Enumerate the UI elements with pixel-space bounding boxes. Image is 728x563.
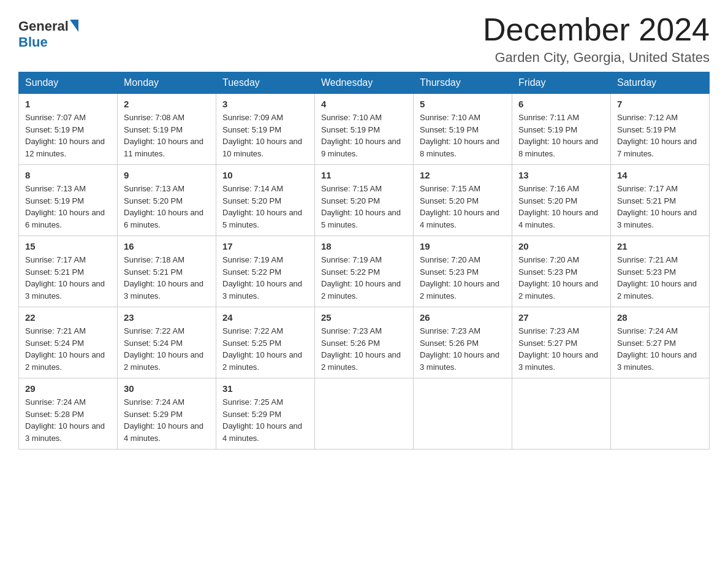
sunset-label: Sunset: 5:19 PM [25,125,84,134]
daylight-label: Daylight: 10 hours and 2 minutes. [321,279,401,301]
sunrise-label: Sunrise: 7:14 AM [222,184,283,193]
day-number: 8 [25,170,111,180]
daylight-label: Daylight: 10 hours and 9 minutes. [321,137,401,158]
day-number: 16 [124,241,210,251]
sunset-label: Sunset: 5:20 PM [420,196,479,205]
page-header: General Blue December 2024 Garden City, … [18,12,710,66]
calendar-cell: 25 Sunrise: 7:23 AM Sunset: 5:26 PM Dayl… [315,307,414,378]
calendar-cell: 10 Sunrise: 7:14 AM Sunset: 5:20 PM Dayl… [216,165,315,236]
daylight-label: Daylight: 10 hours and 5 minutes. [321,208,401,229]
day-number: 26 [420,312,506,323]
calendar-cell: 21 Sunrise: 7:21 AM Sunset: 5:23 PM Dayl… [611,236,710,307]
daylight-label: Daylight: 10 hours and 3 minutes. [124,279,203,301]
daylight-label: Daylight: 10 hours and 3 minutes. [222,279,302,301]
sunrise-label: Sunrise: 7:17 AM [617,184,678,193]
calendar-week-row: 29 Sunrise: 7:24 AM Sunset: 5:28 PM Dayl… [19,378,710,450]
day-info: Sunrise: 7:17 AM Sunset: 5:21 PM Dayligh… [25,254,111,302]
daylight-label: Daylight: 10 hours and 3 minutes. [518,350,598,372]
calendar-cell: 29 Sunrise: 7:24 AM Sunset: 5:28 PM Dayl… [19,378,118,450]
sunset-label: Sunset: 5:23 PM [518,267,577,277]
sunset-label: Sunset: 5:29 PM [124,410,183,419]
day-number: 17 [222,241,308,251]
calendar-cell: 13 Sunrise: 7:16 AM Sunset: 5:20 PM Dayl… [512,165,611,236]
calendar-cell: 23 Sunrise: 7:22 AM Sunset: 5:24 PM Dayl… [118,307,216,378]
sunset-label: Sunset: 5:29 PM [222,410,281,419]
sunset-label: Sunset: 5:19 PM [420,125,479,134]
day-number: 5 [420,99,506,109]
sunset-label: Sunset: 5:26 PM [321,339,380,348]
daylight-label: Daylight: 10 hours and 10 minutes. [222,137,302,158]
day-info: Sunrise: 7:10 AM Sunset: 5:19 PM Dayligh… [321,112,407,159]
month-title: December 2024 [483,12,710,47]
day-number: 13 [518,170,604,180]
day-number: 4 [321,99,407,109]
sunrise-label: Sunrise: 7:19 AM [222,255,283,264]
day-number: 27 [518,312,604,323]
daylight-label: Daylight: 10 hours and 7 minutes. [617,137,697,158]
calendar-header-row: SundayMondayTuesdayWednesdayThursdayFrid… [19,72,710,94]
day-number: 18 [321,241,407,251]
calendar-cell [611,378,710,450]
day-number: 31 [222,383,308,394]
daylight-label: Daylight: 10 hours and 2 minutes. [222,350,302,372]
calendar-cell: 9 Sunrise: 7:13 AM Sunset: 5:20 PM Dayli… [118,165,216,236]
daylight-label: Daylight: 10 hours and 2 minutes. [25,350,105,372]
sunset-label: Sunset: 5:22 PM [222,267,281,277]
calendar-header-wednesday: Wednesday [315,72,414,94]
day-info: Sunrise: 7:08 AM Sunset: 5:19 PM Dayligh… [124,112,210,159]
sunset-label: Sunset: 5:24 PM [124,339,183,348]
daylight-label: Daylight: 10 hours and 2 minutes. [321,350,401,372]
day-info: Sunrise: 7:14 AM Sunset: 5:20 PM Dayligh… [222,183,308,231]
calendar-cell: 8 Sunrise: 7:13 AM Sunset: 5:19 PM Dayli… [19,165,118,236]
calendar-cell: 19 Sunrise: 7:20 AM Sunset: 5:23 PM Dayl… [414,236,512,307]
calendar-header-friday: Friday [512,72,611,94]
sunset-label: Sunset: 5:22 PM [321,267,380,277]
day-number: 24 [222,312,308,323]
daylight-label: Daylight: 10 hours and 4 minutes. [124,421,203,443]
day-number: 22 [25,312,111,323]
day-number: 20 [518,241,604,251]
sunrise-label: Sunrise: 7:07 AM [25,113,86,122]
sunrise-label: Sunrise: 7:13 AM [25,184,86,193]
day-number: 29 [25,383,111,394]
daylight-label: Daylight: 10 hours and 8 minutes. [518,137,598,158]
sunrise-label: Sunrise: 7:24 AM [124,397,184,407]
calendar-cell: 30 Sunrise: 7:24 AM Sunset: 5:29 PM Dayl… [118,378,216,450]
day-info: Sunrise: 7:19 AM Sunset: 5:22 PM Dayligh… [321,254,407,302]
sunset-label: Sunset: 5:19 PM [25,196,84,205]
sunrise-label: Sunrise: 7:13 AM [124,184,184,193]
day-info: Sunrise: 7:18 AM Sunset: 5:21 PM Dayligh… [124,254,210,302]
day-info: Sunrise: 7:24 AM Sunset: 5:29 PM Dayligh… [124,396,210,444]
sunrise-label: Sunrise: 7:21 AM [617,255,678,264]
day-info: Sunrise: 7:23 AM Sunset: 5:27 PM Dayligh… [518,325,604,373]
day-info: Sunrise: 7:13 AM Sunset: 5:19 PM Dayligh… [25,183,111,231]
day-info: Sunrise: 7:11 AM Sunset: 5:19 PM Dayligh… [518,112,604,159]
calendar-cell: 31 Sunrise: 7:25 AM Sunset: 5:29 PM Dayl… [216,378,315,450]
daylight-label: Daylight: 10 hours and 4 minutes. [222,421,302,443]
calendar-cell: 12 Sunrise: 7:15 AM Sunset: 5:20 PM Dayl… [414,165,512,236]
sunset-label: Sunset: 5:19 PM [124,125,183,134]
calendar-cell: 18 Sunrise: 7:19 AM Sunset: 5:22 PM Dayl… [315,236,414,307]
daylight-label: Daylight: 10 hours and 11 minutes. [124,137,203,158]
daylight-label: Daylight: 10 hours and 2 minutes. [617,279,697,301]
calendar-header-sunday: Sunday [19,72,118,94]
sunset-label: Sunset: 5:26 PM [420,339,479,348]
day-info: Sunrise: 7:15 AM Sunset: 5:20 PM Dayligh… [420,183,506,231]
day-number: 15 [25,241,111,251]
day-number: 1 [25,99,111,109]
calendar-cell: 16 Sunrise: 7:18 AM Sunset: 5:21 PM Dayl… [118,236,216,307]
daylight-label: Daylight: 10 hours and 3 minutes. [617,208,697,229]
sunset-label: Sunset: 5:20 PM [222,196,281,205]
sunrise-label: Sunrise: 7:15 AM [420,184,480,193]
day-number: 3 [222,99,308,109]
day-info: Sunrise: 7:22 AM Sunset: 5:25 PM Dayligh… [222,325,308,373]
calendar-cell: 17 Sunrise: 7:19 AM Sunset: 5:22 PM Dayl… [216,236,315,307]
daylight-label: Daylight: 10 hours and 2 minutes. [420,279,499,301]
calendar-header-tuesday: Tuesday [216,72,315,94]
sunrise-label: Sunrise: 7:09 AM [222,113,283,122]
day-number: 21 [617,241,703,251]
calendar-cell: 22 Sunrise: 7:21 AM Sunset: 5:24 PM Dayl… [19,307,118,378]
logo-triangle-icon [70,20,78,32]
calendar-week-row: 8 Sunrise: 7:13 AM Sunset: 5:19 PM Dayli… [19,165,710,236]
sunset-label: Sunset: 5:28 PM [25,410,84,419]
